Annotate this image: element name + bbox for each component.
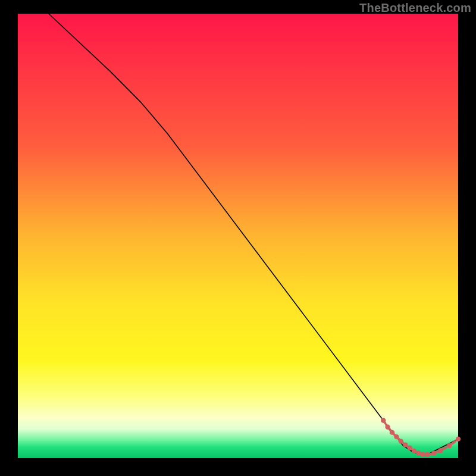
svg-point-8 — [412, 449, 416, 453]
watermark-text: TheBottleneck.com — [359, 1, 471, 15]
svg-point-2 — [385, 425, 390, 430]
svg-point-6 — [403, 442, 408, 447]
svg-point-11 — [425, 452, 430, 457]
svg-point-14 — [447, 443, 452, 448]
series-curve — [49, 14, 458, 455]
svg-point-4 — [394, 434, 399, 439]
svg-point-10 — [421, 452, 425, 457]
plot-area — [18, 14, 458, 458]
svg-point-15 — [456, 437, 461, 441]
svg-point-12 — [431, 451, 436, 456]
chart-stage: TheBottleneck.com — [0, 0, 476, 476]
svg-point-5 — [399, 439, 403, 443]
svg-point-1 — [381, 418, 386, 422]
svg-point-3 — [390, 430, 394, 434]
svg-point-7 — [407, 446, 412, 450]
svg-point-9 — [416, 451, 421, 456]
chart-lines — [18, 14, 458, 458]
series-markers — [381, 418, 461, 457]
svg-point-13 — [438, 448, 443, 453]
